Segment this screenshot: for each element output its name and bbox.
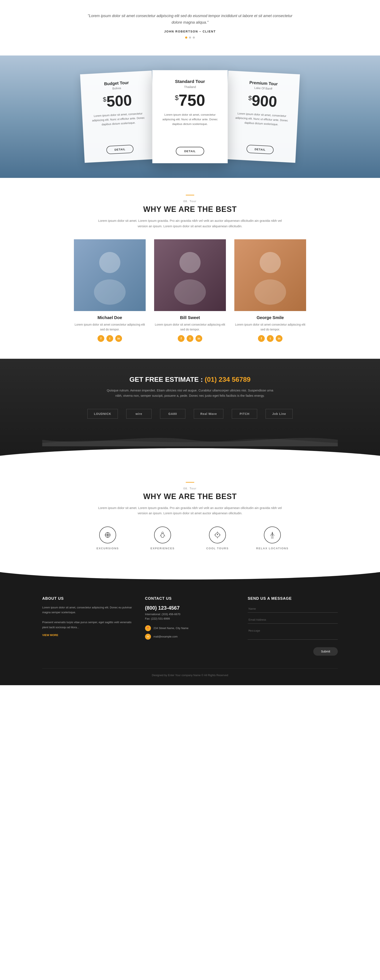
footer-email: mail@example.com (153, 635, 177, 638)
section-line-2 (186, 482, 194, 483)
bill-twitter-icon[interactable]: t (187, 335, 193, 342)
testimonial-quote: "Lorem ipsum dolor sit amet consectetur … (85, 13, 295, 25)
feature-experiences: EXPERIENCES (141, 527, 184, 550)
pricing-section: Budget Tour Bolivia $500 Lorem ipsum dol… (0, 56, 380, 178)
dot-3[interactable] (193, 37, 195, 39)
relax-locations-label: RELAX LOCATIONS (251, 547, 294, 550)
section-tag-1: 08. Tour (42, 200, 338, 203)
testimonial-author: JOHN ROBERTSON – CLIENT (85, 30, 295, 33)
george-socials: f t in (234, 335, 306, 342)
dot-1[interactable] (185, 37, 187, 39)
why-best-title-1: WHY WE ARE THE BEST (42, 205, 338, 214)
george-linkedin-icon[interactable]: in (276, 335, 283, 342)
george-twitter-icon[interactable]: t (267, 335, 274, 342)
michael-name: Michael Doe (74, 315, 146, 320)
location-icon: 📍 (145, 625, 151, 631)
budget-subtitle: Bolivia (112, 86, 121, 90)
features-grid: EXCURSIONS EXPERIENCES CO (42, 527, 338, 550)
michael-linkedin-icon[interactable]: in (115, 335, 122, 342)
email-input[interactable] (247, 616, 338, 624)
standard-subtitle: Thailand (184, 85, 196, 89)
name-input[interactable] (247, 605, 338, 612)
footer-view-more-link[interactable]: VIEW MORE (42, 633, 58, 637)
budget-title: Budget Tour (104, 80, 129, 86)
premium-detail-button[interactable]: DETAIL (246, 145, 274, 154)
michael-socials: f t in (74, 335, 146, 342)
bill-facebook-icon[interactable]: f (178, 335, 185, 342)
premium-price: $900 (248, 93, 278, 109)
why-best-title-2: WHY WE ARE THE BEST (42, 492, 338, 501)
premium-subtitle: Lake Of Banff (254, 86, 272, 90)
bill-bio: Lorem ipsum dolor sit amet consectetur a… (154, 322, 226, 332)
svg-point-4 (260, 252, 281, 273)
svg-point-0 (99, 252, 120, 273)
pricing-cards: Budget Tour Bolivia $500 Lorem ipsum dol… (82, 72, 298, 161)
cool-tours-label: COOL TOURS (196, 547, 239, 550)
svg-point-2 (179, 252, 201, 273)
svg-point-5 (254, 279, 286, 305)
footer-contact-col: CONTACT US (800) 123-4567 International:… (145, 597, 235, 655)
email-icon: ✉ (145, 634, 151, 640)
feature-relax-locations: RELAX LOCATIONS (251, 527, 294, 550)
svg-point-1 (94, 279, 126, 305)
budget-currency: $ (102, 96, 106, 103)
footer-about-title: ABOUT US (42, 597, 133, 601)
pricing-card-premium: Premium Tour Lake Of Banff $900 Lorem ip… (224, 71, 300, 163)
relax-locations-icon (264, 527, 281, 543)
feature-excursions: EXCURSIONS (86, 527, 129, 550)
bill-name: Bill Sweet (154, 315, 226, 320)
george-name: George Smile (234, 315, 306, 320)
footer-phone: (800) 123-4567 (145, 605, 235, 611)
estimate-desc: Quisque rutrum. Aenean imperdiet. Etiam … (105, 388, 275, 398)
dot-2[interactable] (189, 37, 191, 39)
svg-point-7 (162, 532, 163, 534)
bill-photo (154, 239, 226, 311)
footer-international: International: (333) 456-6670 (145, 612, 235, 616)
footer-copyright: Designed by Enter Your company Name © Al… (152, 674, 228, 677)
name-form-group (247, 605, 338, 612)
message-form-group (247, 627, 338, 640)
experiences-label: EXPERIENCES (141, 547, 184, 550)
section-tag-2: 08. Tour (42, 487, 338, 490)
logo-realwave: Real Wave (194, 409, 224, 419)
footer-message-title: SEND US A MESSAGE (247, 597, 338, 601)
team-member-george: George Smile Lorem ipsum dolor sit amet … (234, 239, 306, 342)
budget-detail-button[interactable]: DETAIL (106, 145, 134, 154)
estimate-phone: (01) 234 56789 (205, 375, 251, 383)
michael-facebook-icon[interactable]: f (97, 335, 104, 342)
standard-detail-button[interactable]: DETAIL (176, 147, 204, 156)
why-best-desc-2: Lorem ipsum dolor sit amet. Lorem Ipsum … (95, 505, 285, 516)
message-textarea[interactable] (247, 627, 338, 640)
logo-jobline: Job Line (265, 409, 292, 419)
logos-grid: LOUDNICK wire GA80 Real Wave PITCH Job L… (42, 409, 338, 419)
bill-linkedin-icon[interactable]: in (195, 335, 202, 342)
submit-button[interactable]: Submit (313, 647, 338, 655)
george-facebook-icon[interactable]: f (258, 335, 265, 342)
estimate-title: GET FREE ESTIMATE : (01) 234 56789 (42, 375, 338, 383)
premium-desc: Lorem ipsum dolor sit amet, consectetur … (234, 111, 289, 127)
michael-twitter-icon[interactable]: t (106, 335, 113, 342)
footer-about-col: ABOUT US Lorem ipsum dolor sit amet, con… (42, 597, 133, 655)
premium-title: Premium Tour (249, 80, 278, 86)
george-photo (234, 239, 306, 311)
wave-divider (42, 431, 338, 448)
pricing-card-budget: Budget Tour Bolivia $500 Lorem ipsum dol… (80, 71, 156, 163)
team-member-bill: Bill Sweet Lorem ipsum dolor sit amet co… (154, 239, 226, 342)
cool-tours-icon (209, 527, 226, 543)
bill-socials: f t in (154, 335, 226, 342)
estimate-section: GET FREE ESTIMATE : (01) 234 56789 Quisq… (0, 359, 380, 465)
logo-ga80: GA80 (160, 409, 185, 419)
standard-currency: $ (175, 94, 179, 102)
email-form-group (247, 616, 338, 624)
pricing-card-standard: Standard Tour Thailand $750 Lorem ipsum … (152, 70, 228, 163)
footer-about-text: Lorem ipsum dolor sit amet, consectetur … (42, 605, 133, 630)
experiences-icon (154, 527, 171, 543)
standard-price: $750 (175, 92, 205, 108)
feature-cool-tours: COOL TOURS (196, 527, 239, 550)
team-member-michael: Michael Doe Lorem ipsum dolor sit amet c… (74, 239, 146, 342)
footer-bottom: Designed by Enter Your company Name © Al… (42, 668, 338, 677)
budget-price: $500 (102, 93, 132, 109)
footer-section: ABOUT US Lorem ipsum dolor sit amet, con… (0, 567, 380, 685)
michael-bio: Lorem ipsum dolor sit amet consectetur a… (74, 322, 146, 332)
section-line-1 (186, 195, 194, 196)
